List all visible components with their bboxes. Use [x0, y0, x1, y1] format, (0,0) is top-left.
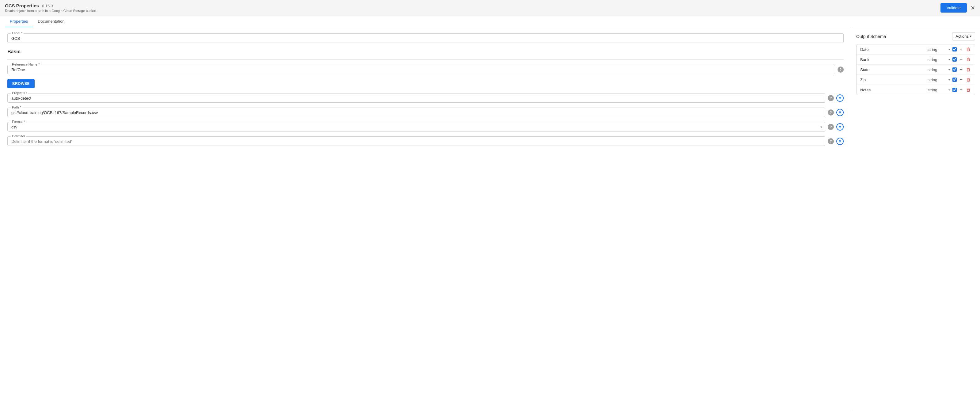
- basic-section-title: Basic: [7, 49, 844, 54]
- schema-row-checkbox[interactable]: [953, 67, 957, 72]
- schema-row-checkbox[interactable]: [953, 78, 957, 82]
- delimiter-macro-icon[interactable]: M: [836, 137, 844, 145]
- format-help-icon[interactable]: ?: [828, 124, 834, 130]
- header-subtitle: Reads objects from a path in a Google Cl…: [5, 9, 97, 13]
- table-row: State string ▾ + 🗑: [856, 65, 975, 75]
- schema-field-name: Date: [860, 47, 925, 52]
- schema-table: Date string ▾ + 🗑 Bank string ▾ + 🗑 Stat…: [856, 44, 975, 95]
- section-divider: [7, 59, 844, 60]
- schema-row-checkbox[interactable]: [953, 88, 957, 92]
- schema-add-button[interactable]: +: [959, 87, 963, 92]
- schema-header: Output Schema Actions ▾: [856, 32, 975, 40]
- project-id-label: Project ID: [11, 91, 28, 95]
- path-help-icon[interactable]: ?: [828, 109, 834, 115]
- schema-field-type: string: [928, 67, 946, 72]
- schema-type-arrow-icon: ▾: [948, 68, 950, 72]
- close-button[interactable]: ✕: [970, 5, 975, 11]
- path-input[interactable]: [11, 110, 821, 115]
- schema-add-button[interactable]: +: [959, 77, 963, 82]
- delimiter-help-icon[interactable]: ?: [828, 138, 834, 144]
- reference-name-wrapper: Reference Name *: [7, 65, 835, 74]
- schema-delete-button[interactable]: 🗑: [966, 78, 971, 82]
- schema-field-type: string: [928, 47, 946, 52]
- app-title: GCS Properties: [5, 3, 39, 8]
- delimiter-row: Delimiter ? M: [7, 136, 844, 146]
- delimiter-label: Delimiter: [11, 134, 26, 138]
- header: GCS Properties 0.15.3 Reads objects from…: [0, 0, 980, 16]
- schema-field-name: Notes: [860, 88, 925, 92]
- schema-field-type: string: [928, 88, 946, 92]
- project-id-wrapper: Project ID: [7, 93, 825, 103]
- reference-name-label: Reference Name *: [11, 62, 41, 66]
- schema-delete-button[interactable]: 🗑: [966, 88, 971, 92]
- format-macro-icon[interactable]: M: [836, 123, 844, 131]
- tab-properties[interactable]: Properties: [5, 16, 33, 27]
- schema-field-name: State: [860, 67, 925, 72]
- right-panel: Output Schema Actions ▾ Date string ▾ + …: [851, 27, 980, 412]
- app-version: 0.15.3: [42, 4, 53, 8]
- reference-name-help-icon[interactable]: ?: [838, 67, 844, 73]
- actions-dropdown[interactable]: Actions ▾: [952, 32, 975, 40]
- table-row: Notes string ▾ + 🗑: [856, 85, 975, 95]
- tab-documentation[interactable]: Documentation: [33, 16, 69, 27]
- schema-field-type: string: [928, 78, 946, 82]
- header-title: GCS Properties 0.15.3: [5, 3, 97, 8]
- schema-field-type: string: [928, 57, 946, 62]
- project-id-row: Project ID ? M: [7, 93, 844, 103]
- project-id-macro-icon[interactable]: M: [836, 94, 844, 102]
- label-field-wrapper: Label *: [7, 34, 844, 43]
- path-label: Path *: [11, 105, 22, 109]
- schema-row-checkbox[interactable]: [953, 47, 957, 51]
- actions-label: Actions: [956, 34, 969, 38]
- project-id-input[interactable]: [11, 96, 821, 101]
- schema-delete-button[interactable]: 🗑: [966, 67, 971, 72]
- table-row: Zip string ▾ + 🗑: [856, 75, 975, 85]
- actions-chevron-icon: ▾: [970, 34, 972, 38]
- table-row: Date string ▾ + 🗑: [856, 45, 975, 54]
- reference-name-row: Reference Name * ?: [7, 65, 844, 74]
- schema-add-button[interactable]: +: [959, 57, 963, 62]
- format-label: Format *: [11, 120, 26, 123]
- schema-type-arrow-icon: ▾: [948, 88, 950, 92]
- table-row: Bank string ▾ + 🗑: [856, 54, 975, 65]
- schema-row-checkbox[interactable]: [953, 57, 957, 62]
- main-layout: Label * Basic Reference Name * ? BROWSE …: [0, 27, 980, 412]
- delimiter-input[interactable]: [11, 139, 821, 144]
- header-left: GCS Properties 0.15.3 Reads objects from…: [5, 3, 97, 13]
- schema-add-button[interactable]: +: [959, 47, 963, 52]
- schema-field-name: Bank: [860, 57, 925, 62]
- label-input[interactable]: [11, 36, 840, 41]
- format-wrapper: Format * csv json avro parquet delimited…: [7, 122, 825, 131]
- format-select[interactable]: csv json avro parquet delimited: [11, 125, 821, 129]
- tabs: Properties Documentation: [0, 16, 980, 27]
- schema-type-arrow-icon: ▾: [948, 58, 950, 61]
- header-right: Validate ✕: [940, 3, 975, 13]
- schema-type-arrow-icon: ▾: [948, 78, 950, 81]
- schema-type-arrow-icon: ▾: [948, 48, 950, 51]
- path-row: Path * ? M: [7, 108, 844, 117]
- label-field-group: Label *: [7, 34, 844, 43]
- schema-title: Output Schema: [856, 34, 886, 39]
- path-wrapper: Path *: [7, 108, 825, 117]
- delimiter-wrapper: Delimiter: [7, 136, 825, 146]
- project-id-help-icon[interactable]: ?: [828, 95, 834, 101]
- label-field-label: Label *: [11, 31, 24, 35]
- left-panel: Label * Basic Reference Name * ? BROWSE …: [0, 27, 851, 412]
- validate-button[interactable]: Validate: [940, 3, 967, 13]
- format-row: Format * csv json avro parquet delimited…: [7, 122, 844, 131]
- schema-delete-button[interactable]: 🗑: [966, 47, 971, 51]
- reference-name-input[interactable]: [11, 67, 831, 72]
- browse-button[interactable]: BROWSE: [7, 79, 35, 88]
- schema-field-name: Zip: [860, 78, 925, 82]
- schema-add-button[interactable]: +: [959, 67, 963, 72]
- path-macro-icon[interactable]: M: [836, 109, 844, 116]
- schema-delete-button[interactable]: 🗑: [966, 57, 971, 62]
